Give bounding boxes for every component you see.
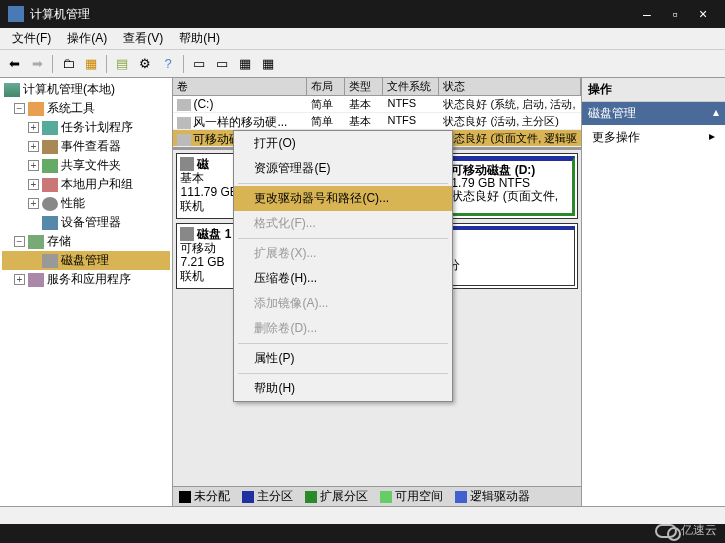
volume-row[interactable]: 风一样的移动硬... 简单基本 NTFS状态良好 (活动, 主分区) [173,113,581,130]
menu-action[interactable]: 操作(A) [59,28,115,49]
ctx-props[interactable]: 属性(P) [234,346,452,371]
watermark-icon [655,524,677,538]
disk-icon [180,227,194,241]
ctx-explorer[interactable]: 资源管理器(E) [234,156,452,181]
minimize-button[interactable]: – [633,6,661,22]
tree-disk[interactable]: 磁盘管理 [2,251,170,270]
layout4-icon[interactable]: ▦ [258,54,278,74]
ctx-extend[interactable]: 扩展卷(X)... [234,241,452,266]
chevron-right-icon: ▸ [709,129,715,146]
tree-tools[interactable]: −系统工具 [2,99,170,118]
tree-root[interactable]: 计算机管理(本地) [2,80,170,99]
col-layout[interactable]: 布局 [307,78,345,95]
context-menu: 打开(O) 资源管理器(E) 更改驱动器号和路径(C)... 格式化(F)...… [233,130,453,402]
actions-more[interactable]: 更多操作▸ [582,125,725,150]
help-icon[interactable]: ? [158,54,178,74]
tree-event[interactable]: +事件查看器 [2,137,170,156]
volume-icon [177,117,191,129]
watermark: 亿速云 [655,522,717,539]
ctx-shrink[interactable]: 压缩卷(H)... [234,266,452,291]
actions-diskmgmt[interactable]: 磁盘管理▴ [582,102,725,125]
status-bar [0,506,725,524]
col-fs[interactable]: 文件系统 [383,78,439,95]
ctx-delete[interactable]: 删除卷(D)... [234,316,452,341]
disk-icon [180,157,194,171]
ctx-format[interactable]: 格式化(F)... [234,211,452,236]
tree-storage[interactable]: −存储 [2,232,170,251]
menu-view[interactable]: 查看(V) [115,28,171,49]
swatch-ext [305,491,317,503]
layout1-icon[interactable]: ▭ [189,54,209,74]
col-volume[interactable]: 卷 [173,78,307,95]
actions-pane: 操作 磁盘管理▴ 更多操作▸ [581,78,725,506]
tree-services[interactable]: +服务和应用程序 [2,270,170,289]
app-icon [8,6,24,22]
window-title: 计算机管理 [30,6,90,23]
props-icon[interactable]: ▦ [81,54,101,74]
refresh-icon[interactable]: ⚙ [135,54,155,74]
swatch-primary [242,491,254,503]
col-status[interactable]: 状态 [439,78,581,95]
title-bar: 计算机管理 – ▫ × [0,0,725,28]
legend: 未分配 主分区 扩展分区 可用空间 逻辑驱动器 [173,486,581,506]
swatch-logical [455,491,467,503]
close-button[interactable]: × [689,6,717,22]
tree-users[interactable]: +本地用户和组 [2,175,170,194]
tree-share[interactable]: +共享文件夹 [2,156,170,175]
menu-file[interactable]: 文件(F) [4,28,59,49]
col-type[interactable]: 类型 [345,78,383,95]
actions-header: 操作 [582,78,725,102]
ctx-change-drive[interactable]: 更改驱动器号和路径(C)... [234,186,452,211]
tree-perf[interactable]: +性能 [2,194,170,213]
volume-row[interactable]: (C:) 简单基本 NTFS状态良好 (系统, 启动, 活动, [173,96,581,113]
forward-icon[interactable]: ➡ [27,54,47,74]
tree-dev[interactable]: 设备管理器 [2,213,170,232]
layout2-icon[interactable]: ▭ [212,54,232,74]
ctx-open[interactable]: 打开(O) [234,131,452,156]
volume-header: 卷 布局 类型 文件系统 状态 [173,78,581,96]
menu-bar: 文件(F) 操作(A) 查看(V) 帮助(H) [0,28,725,50]
back-icon[interactable]: ⬅ [4,54,24,74]
toolbar: ⬅ ➡ 🗀 ▦ ▤ ⚙ ? ▭ ▭ ▦ ▦ [0,50,725,78]
ctx-mirror[interactable]: 添加镜像(A)... [234,291,452,316]
tree-task[interactable]: +任务计划程序 [2,118,170,137]
center-pane: 卷 布局 类型 文件系统 状态 (C:) 简单基本 NTFS状态良好 (系统, … [173,78,581,506]
volume-icon [177,99,191,111]
swatch-unalloc [179,491,191,503]
menu-help[interactable]: 帮助(H) [171,28,228,49]
ctx-help[interactable]: 帮助(H) [234,376,452,401]
partition-selected[interactable]: 可移动磁盘 (D:)1.79 GB NTFS状态良好 (页面文件, [445,156,575,216]
volume-icon [177,134,191,146]
swatch-free [380,491,392,503]
view1-icon[interactable]: ▤ [112,54,132,74]
chevron-up-icon: ▴ [713,105,719,122]
up-icon[interactable]: 🗀 [58,54,78,74]
maximize-button[interactable]: ▫ [661,6,689,22]
layout3-icon[interactable]: ▦ [235,54,255,74]
nav-tree: 计算机管理(本地) −系统工具 +任务计划程序 +事件查看器 +共享文件夹 +本… [0,78,173,506]
